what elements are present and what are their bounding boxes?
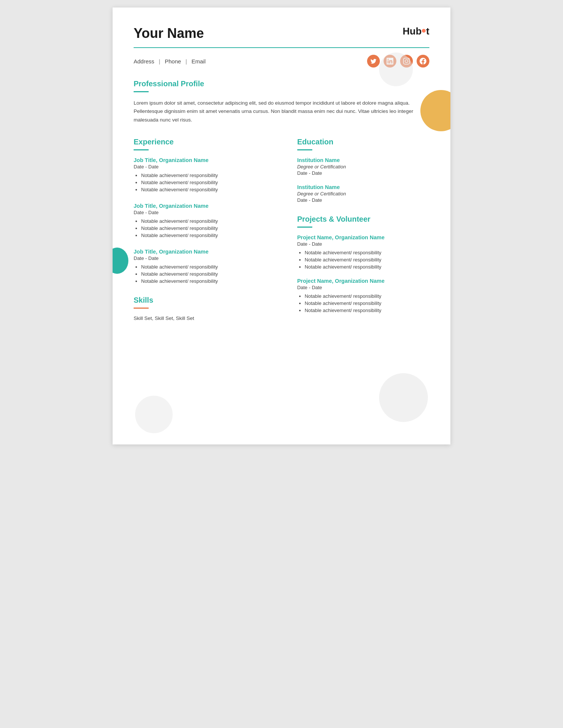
job-bullets-2: Notable achievement/ responsibility Nota… bbox=[134, 218, 279, 238]
list-item: Notable achievement/ responsibility bbox=[305, 257, 429, 263]
skills-section: Skills Skill Set, Skill Set, Skill Set bbox=[134, 296, 279, 321]
project-bullets-2: Notable achievement/ responsibility Nota… bbox=[297, 293, 429, 313]
hubspot-logo: Hubt bbox=[403, 26, 429, 37]
skills-text: Skill Set, Skill Set, Skill Set bbox=[134, 315, 279, 321]
profile-underline bbox=[134, 91, 149, 92]
education-underline bbox=[297, 149, 312, 150]
list-item: Notable achievement/ responsibility bbox=[141, 225, 279, 231]
deco-gray-circle-bl bbox=[135, 396, 173, 433]
list-item: Notable achievement/ responsibility bbox=[305, 300, 429, 306]
edu-institution-2: Institution Name bbox=[297, 184, 429, 190]
project-entry-2: Project Name, Organization Name Date - D… bbox=[297, 278, 429, 313]
two-col-layout: Experience Job Title, Organization Name … bbox=[134, 138, 429, 321]
list-item: Notable achievement/ responsibility bbox=[141, 218, 279, 224]
project-entry-1: Project Name, Organization Name Date - D… bbox=[297, 234, 429, 270]
skills-title: Skills bbox=[134, 296, 279, 305]
skills-underline bbox=[134, 308, 149, 309]
job-date-1: Date - Date bbox=[134, 164, 279, 170]
list-item: Notable achievement/ responsibility bbox=[305, 264, 429, 270]
job-bullets-3: Notable achievement/ responsibility Nota… bbox=[134, 264, 279, 284]
projects-section: Projects & Volunteer Project Name, Organ… bbox=[297, 215, 429, 313]
list-item: Notable achievement/ responsibility bbox=[305, 308, 429, 313]
job-date-3: Date - Date bbox=[134, 255, 279, 261]
resume-name: Your Name bbox=[134, 26, 204, 41]
profile-text: Lorem ipsum dolor sit amet, consectetur … bbox=[134, 99, 429, 124]
hubspot-dot bbox=[422, 29, 426, 33]
list-item: Notable achievement/ responsibility bbox=[305, 293, 429, 299]
right-column: Education Institution Name Degree or Cer… bbox=[297, 138, 429, 321]
profile-section: Professional Profile Lorem ipsum dolor s… bbox=[134, 80, 429, 124]
twitter-icon[interactable] bbox=[367, 55, 380, 68]
list-item: Notable achievement/ responsibility bbox=[141, 180, 279, 185]
sep1: | bbox=[159, 58, 160, 65]
edu-date-1: Date - Date bbox=[297, 170, 429, 176]
edu-degree-2: Degree or Certification bbox=[297, 191, 429, 197]
list-item: Notable achievement/ responsibility bbox=[141, 264, 279, 270]
edu-degree-1: Degree or Certification bbox=[297, 164, 429, 170]
list-item: Notable achievement/ responsibility bbox=[141, 173, 279, 178]
job-title-1: Job Title, Organization Name bbox=[134, 157, 279, 163]
deco-gray-circle-br bbox=[379, 373, 428, 422]
email-text: Email bbox=[191, 58, 206, 65]
project-title-1: Project Name, Organization Name bbox=[297, 234, 429, 240]
experience-section: Experience Job Title, Organization Name … bbox=[134, 138, 279, 284]
list-item: Notable achievement/ responsibility bbox=[141, 278, 279, 284]
edu-institution-1: Institution Name bbox=[297, 157, 429, 163]
job-bullets-1: Notable achievement/ responsibility Nota… bbox=[134, 173, 279, 192]
projects-underline bbox=[297, 227, 312, 228]
list-item: Notable achievement/ responsibility bbox=[305, 250, 429, 255]
list-item: Notable achievement/ responsibility bbox=[141, 187, 279, 192]
job-title-2: Job Title, Organization Name bbox=[134, 203, 279, 209]
sep2: | bbox=[185, 58, 187, 65]
job-title-3: Job Title, Organization Name bbox=[134, 249, 279, 255]
project-date-2: Date - Date bbox=[297, 285, 429, 290]
education-section: Education Institution Name Degree or Cer… bbox=[297, 138, 429, 203]
list-item: Notable achievement/ responsibility bbox=[141, 271, 279, 277]
deco-teal-circle bbox=[113, 248, 128, 274]
experience-title: Experience bbox=[134, 138, 279, 146]
edu-date-2: Date - Date bbox=[297, 197, 429, 203]
job-entry-3: Job Title, Organization Name Date - Date… bbox=[134, 249, 279, 284]
job-date-2: Date - Date bbox=[134, 210, 279, 215]
list-item: Notable achievement/ responsibility bbox=[141, 233, 279, 238]
header: Your Name Hubt bbox=[134, 26, 429, 41]
job-entry-2: Job Title, Organization Name Date - Date… bbox=[134, 203, 279, 238]
header-divider bbox=[134, 47, 429, 48]
edu-entry-1: Institution Name Degree or Certification… bbox=[297, 157, 429, 176]
phone-text: Phone bbox=[165, 58, 181, 65]
contact-info: Address | Phone | Email bbox=[134, 58, 206, 65]
project-title-2: Project Name, Organization Name bbox=[297, 278, 429, 284]
deco-gray-circle-tr bbox=[379, 53, 413, 86]
projects-title: Projects & Volunteer bbox=[297, 215, 429, 224]
education-title: Education bbox=[297, 138, 429, 146]
left-column: Experience Job Title, Organization Name … bbox=[134, 138, 279, 321]
facebook-icon[interactable] bbox=[417, 55, 429, 68]
project-bullets-1: Notable achievement/ responsibility Nota… bbox=[297, 250, 429, 270]
experience-underline bbox=[134, 149, 149, 150]
project-date-1: Date - Date bbox=[297, 241, 429, 247]
job-entry-1: Job Title, Organization Name Date - Date… bbox=[134, 157, 279, 192]
resume-page: Your Name Hubt Address | Phone | Email bbox=[113, 8, 450, 444]
address-text: Address bbox=[134, 58, 154, 65]
edu-entry-2: Institution Name Degree or Certification… bbox=[297, 184, 429, 203]
